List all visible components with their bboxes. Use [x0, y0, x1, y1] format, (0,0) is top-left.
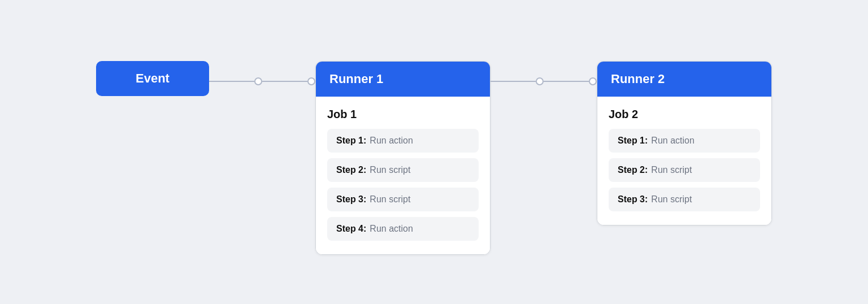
line-3	[491, 81, 536, 82]
runner1-step-3[interactable]: Step 3: Run script	[327, 188, 479, 211]
runner2-title: Runner 2	[611, 72, 665, 86]
dot-1	[254, 77, 262, 85]
runner1-step-4[interactable]: Step 4: Run action	[327, 217, 479, 241]
runner1-step2-label: Step 2:	[336, 165, 366, 175]
runner2-header: Runner 2	[597, 62, 771, 97]
job1-title: Job 1	[327, 108, 479, 121]
runner2-step-1[interactable]: Step 1: Run action	[609, 129, 760, 153]
line-4	[544, 81, 589, 82]
runner1-step2-value: Run script	[370, 165, 410, 175]
runner1-step3-label: Step 3:	[336, 194, 366, 205]
job2-title: Job 2	[609, 108, 760, 121]
runner1-card[interactable]: Runner 1 Job 1 Step 1: Run action Step 2…	[315, 61, 491, 255]
connector-1	[209, 77, 315, 85]
runner2-step1-label: Step 1:	[618, 136, 648, 146]
runner1-step-1[interactable]: Step 1: Run action	[327, 129, 479, 153]
dot-3	[536, 77, 544, 85]
workflow-diagram: Event Runner 1 Job 1 Step 1: Run action	[96, 50, 772, 255]
runner1-body: Job 1 Step 1: Run action Step 2: Run scr…	[316, 97, 490, 254]
runner2-body: Job 2 Step 1: Run action Step 2: Run scr…	[597, 97, 771, 225]
runner1-step1-value: Run action	[370, 136, 413, 146]
runner1-step-2[interactable]: Step 2: Run script	[327, 158, 479, 182]
connector-2	[491, 77, 597, 85]
runner2-step-2[interactable]: Step 2: Run script	[609, 158, 760, 182]
event-label: Event	[136, 71, 170, 85]
runner1-step4-value: Run action	[370, 224, 413, 234]
runner2-wrapper: Runner 2 Job 2 Step 1: Run action Step 2…	[597, 61, 772, 225]
runner2-step2-value: Run script	[651, 165, 692, 175]
line-2	[262, 81, 307, 82]
runner2-card[interactable]: Runner 2 Job 2 Step 1: Run action Step 2…	[597, 61, 772, 225]
runner2-step-3[interactable]: Step 3: Run script	[609, 188, 760, 211]
dot-2	[307, 77, 315, 85]
runner2-step2-label: Step 2:	[618, 165, 648, 175]
runner1-title: Runner 1	[329, 72, 383, 86]
runner1-step3-value: Run script	[370, 194, 410, 205]
dot-4	[589, 77, 597, 85]
runner2-step1-value: Run action	[651, 136, 695, 146]
runner1-step4-label: Step 4:	[336, 224, 366, 234]
line-1	[209, 81, 254, 82]
event-node-wrapper: Event	[96, 61, 209, 96]
runner1-wrapper: Runner 1 Job 1 Step 1: Run action Step 2…	[315, 61, 491, 255]
runner1-step1-label: Step 1:	[336, 136, 366, 146]
runner2-step3-label: Step 3:	[618, 194, 648, 205]
runner1-header: Runner 1	[316, 62, 490, 97]
event-node[interactable]: Event	[96, 61, 209, 96]
runner2-step3-value: Run script	[651, 194, 692, 205]
